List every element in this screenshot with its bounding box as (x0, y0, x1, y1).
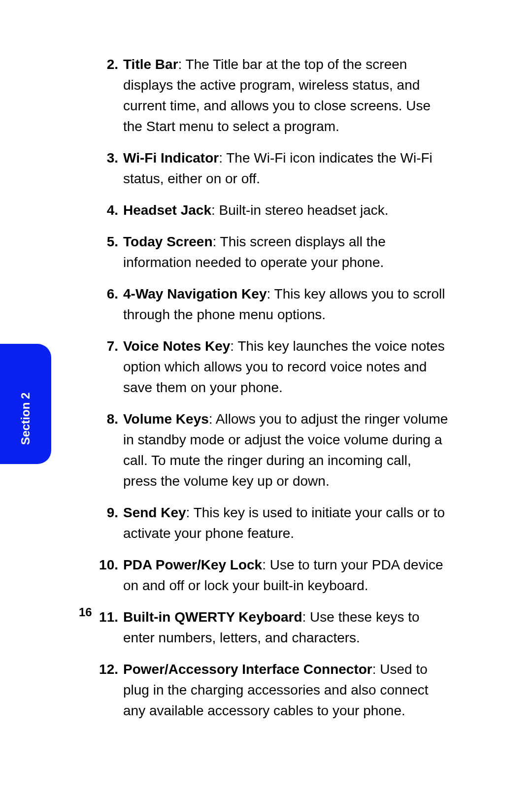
item-term: Send Key (123, 505, 186, 520)
item-term: Volume Keys (123, 411, 209, 427)
item-body: Voice Notes Key: This key launches the v… (123, 336, 448, 398)
item-number: 12. (94, 659, 123, 721)
item-number: 6. (94, 284, 123, 325)
list-item: 9.Send Key: This key is used to initiate… (94, 502, 448, 544)
list-item: 5.Today Screen: This screen displays all… (94, 232, 448, 273)
item-term: Wi-Fi Indicator (123, 150, 219, 166)
list-item: 4.Headset Jack: Built-in stereo headset … (94, 200, 448, 221)
item-body: Title Bar: The Title bar at the top of t… (123, 54, 448, 137)
item-term: PDA Power/Key Lock (123, 557, 262, 572)
list-item: 12.Power/Accessory Interface Connector: … (94, 659, 448, 721)
item-number: 11. (94, 607, 123, 648)
page-number: 16 (79, 605, 92, 619)
list-item: 8.Volume Keys: Allows you to adjust the … (94, 409, 448, 492)
item-number: 4. (94, 200, 123, 221)
section-tab-label: Section 2 (19, 393, 33, 445)
item-number: 3. (94, 148, 123, 189)
item-number: 8. (94, 409, 123, 492)
item-term: Title Bar (123, 57, 178, 72)
item-body: Headset Jack: Built-in stereo headset ja… (123, 200, 448, 221)
item-body: PDA Power/Key Lock: Use to turn your PDA… (123, 555, 448, 596)
item-body: Today Screen: This screen displays all t… (123, 232, 448, 273)
item-number: 2. (94, 54, 123, 137)
item-term: Today Screen (123, 234, 213, 249)
item-term: Power/Accessory Interface Connector (123, 662, 372, 677)
item-term: Voice Notes Key (123, 338, 230, 354)
list-item: 6.4-Way Navigation Key: This key allows … (94, 284, 448, 325)
list-item: 7.Voice Notes Key: This key launches the… (94, 336, 448, 398)
item-body: Wi-Fi Indicator: The Wi-Fi icon indicate… (123, 148, 448, 189)
list-item: 11.Built-in QWERTY Keyboard: Use these k… (94, 607, 448, 648)
item-body: Send Key: This key is used to initiate y… (123, 502, 448, 544)
content-area: 2.Title Bar: The Title bar at the top of… (94, 54, 448, 732)
list-item: 10.PDA Power/Key Lock: Use to turn your … (94, 555, 448, 596)
item-number: 7. (94, 336, 123, 398)
item-body: Built-in QWERTY Keyboard: Use these keys… (123, 607, 448, 648)
item-term: 4-Way Navigation Key (123, 286, 266, 301)
item-description: : Built-in stereo headset jack. (211, 202, 389, 218)
item-term: Headset Jack (123, 202, 211, 218)
section-tab: Section 2 (0, 344, 51, 464)
item-term: Built-in QWERTY Keyboard (123, 609, 302, 625)
item-body: 4-Way Navigation Key: This key allows yo… (123, 284, 448, 325)
item-body: Power/Accessory Interface Connector: Use… (123, 659, 448, 721)
item-number: 5. (94, 232, 123, 273)
item-number: 9. (94, 502, 123, 544)
list-item: 3.Wi-Fi Indicator: The Wi-Fi icon indica… (94, 148, 448, 189)
item-body: Volume Keys: Allows you to adjust the ri… (123, 409, 448, 492)
manual-page: Section 2 2.Title Bar: The Title bar at … (0, 0, 532, 799)
list-item: 2.Title Bar: The Title bar at the top of… (94, 54, 448, 137)
item-number: 10. (94, 555, 123, 596)
